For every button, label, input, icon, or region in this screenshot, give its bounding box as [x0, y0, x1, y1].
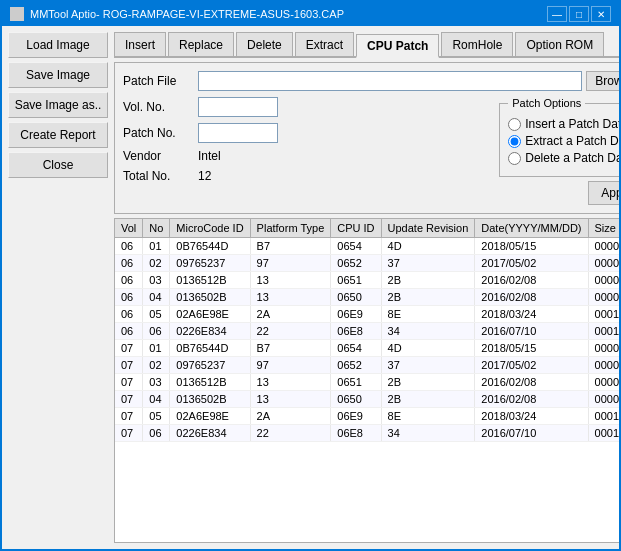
cell-r2-c4: 0651 — [331, 272, 381, 289]
radio-extract-input[interactable] — [508, 135, 521, 148]
vol-no-row: Vol. No. — [123, 97, 483, 117]
cell-r7-c5: 37 — [381, 357, 475, 374]
cell-r11-c1: 06 — [143, 425, 170, 442]
table-row[interactable]: 07040136502B1306502B2016/02/0800007800 — [115, 391, 619, 408]
radio-delete-label: Delete a Patch Data — [525, 151, 619, 165]
vendor-row: Vendor Intel — [123, 149, 483, 163]
cell-r1-c5: 37 — [381, 255, 475, 272]
apply-button[interactable]: Apply — [588, 181, 619, 205]
right-panel: Insert Replace Delete Extract CPU Patch … — [114, 32, 619, 543]
table-row[interactable]: 07010B76544DB706544D2018/05/1500007C00 — [115, 340, 619, 357]
tab-romhole[interactable]: RomHole — [441, 32, 513, 56]
cell-r1-c1: 02 — [143, 255, 170, 272]
cell-r9-c3: 13 — [250, 391, 331, 408]
cell-r4-c3: 2A — [250, 306, 331, 323]
microcode-table: Vol No MicroCode ID Platform Type CPU ID… — [115, 219, 619, 442]
cell-r8-c7: 00007800 — [588, 374, 619, 391]
cell-r5-c1: 06 — [143, 323, 170, 340]
cell-r10-c6: 2018/03/24 — [475, 408, 588, 425]
tab-extract[interactable]: Extract — [295, 32, 354, 56]
cell-r5-c3: 22 — [250, 323, 331, 340]
cell-r8-c3: 13 — [250, 374, 331, 391]
close-button-sidebar[interactable]: Close — [8, 152, 108, 178]
tab-cpu-patch[interactable]: CPU Patch — [356, 34, 439, 58]
load-image-button[interactable]: Load Image — [8, 32, 108, 58]
cell-r0-c7: 00007C00 — [588, 238, 619, 255]
close-button[interactable]: ✕ — [591, 6, 611, 22]
patch-file-row: Patch File Browse — [123, 71, 619, 91]
cell-r3-c2: 0136502B — [170, 289, 250, 306]
cell-r6-c5: 4D — [381, 340, 475, 357]
patch-no-label: Patch No. — [123, 126, 198, 140]
table-row[interactable]: 070502A6E98E2A06E98E2018/03/2400018000 — [115, 408, 619, 425]
cell-r11-c3: 22 — [250, 425, 331, 442]
cell-r5-c2: 0226E834 — [170, 323, 250, 340]
cell-r6-c1: 01 — [143, 340, 170, 357]
maximize-button[interactable]: □ — [569, 6, 589, 22]
cell-r4-c7: 00018000 — [588, 306, 619, 323]
cell-r7-c2: 09765237 — [170, 357, 250, 374]
table-row[interactable]: 060209765237970652372017/05/0200007400 — [115, 255, 619, 272]
table-row[interactable]: 06060226E8342206E8342016/07/1000017800 — [115, 323, 619, 340]
save-image-as-button[interactable]: Save Image as.. — [8, 92, 108, 118]
cell-r8-c2: 0136512B — [170, 374, 250, 391]
cell-r0-c1: 01 — [143, 238, 170, 255]
cell-r6-c3: B7 — [250, 340, 331, 357]
radio-delete-input[interactable] — [508, 152, 521, 165]
cell-r2-c0: 06 — [115, 272, 143, 289]
table-row[interactable]: 07030136512B1306512B2016/02/0800007800 — [115, 374, 619, 391]
minimize-button[interactable]: — — [547, 6, 567, 22]
total-no-label: Total No. — [123, 169, 198, 183]
vol-no-input[interactable] — [198, 97, 278, 117]
patch-file-input[interactable] — [198, 71, 582, 91]
title-controls: — □ ✕ — [547, 6, 611, 22]
cell-r4-c5: 8E — [381, 306, 475, 323]
cell-r4-c4: 06E9 — [331, 306, 381, 323]
table-row[interactable]: 060502A6E98E2A06E98E2018/03/2400018000 — [115, 306, 619, 323]
patch-no-input[interactable] — [198, 123, 278, 143]
table-header: Vol No MicroCode ID Platform Type CPU ID… — [115, 219, 619, 238]
table-row[interactable]: 06030136512B1306512B2016/02/0800007800 — [115, 272, 619, 289]
patch-options-group: Patch Options Insert a Patch Data Extrac… — [499, 97, 619, 177]
browse-button[interactable]: Browse — [586, 71, 619, 91]
tab-replace[interactable]: Replace — [168, 32, 234, 56]
cell-r1-c3: 97 — [250, 255, 331, 272]
total-no-value: 12 — [198, 169, 211, 183]
table-row[interactable]: 06040136502B1306502B2016/02/0800007800 — [115, 289, 619, 306]
col-cpu-id: CPU ID — [331, 219, 381, 238]
cpu-patch-tab-content: Patch File Browse Vol. No. Patch No. — [114, 62, 619, 214]
cell-r3-c1: 04 — [143, 289, 170, 306]
cell-r10-c2: 02A6E98E — [170, 408, 250, 425]
cell-r0-c5: 4D — [381, 238, 475, 255]
cell-r1-c4: 0652 — [331, 255, 381, 272]
radio-insert-input[interactable] — [508, 118, 521, 131]
cell-r5-c4: 06E8 — [331, 323, 381, 340]
cell-r9-c2: 0136502B — [170, 391, 250, 408]
radio-insert: Insert a Patch Data — [508, 117, 619, 131]
create-report-button[interactable]: Create Report — [8, 122, 108, 148]
cell-r11-c5: 34 — [381, 425, 475, 442]
cell-r6-c7: 00007C00 — [588, 340, 619, 357]
cell-r7-c7: 00007400 — [588, 357, 619, 374]
cell-r5-c7: 00017800 — [588, 323, 619, 340]
table-row[interactable]: 07060226E8342206E8342016/07/1000017800 — [115, 425, 619, 442]
cell-r6-c4: 0654 — [331, 340, 381, 357]
tab-option-rom[interactable]: Option ROM — [515, 32, 604, 56]
title-bar-left: MMTool Aptio- ROG-RAMPAGE-VI-EXTREME-ASU… — [10, 7, 344, 21]
table-row[interactable]: 06010B76544DB706544D2018/05/1500007C00 — [115, 238, 619, 255]
tab-delete[interactable]: Delete — [236, 32, 293, 56]
radio-extract-label: Extract a Patch Data — [525, 134, 619, 148]
save-image-button[interactable]: Save Image — [8, 62, 108, 88]
vendor-value: Intel — [198, 149, 221, 163]
cell-r10-c5: 8E — [381, 408, 475, 425]
tab-insert[interactable]: Insert — [114, 32, 166, 56]
table-row[interactable]: 070209765237970652372017/05/0200007400 — [115, 357, 619, 374]
radio-extract: Extract a Patch Data — [508, 134, 619, 148]
cell-r3-c3: 13 — [250, 289, 331, 306]
cell-r7-c1: 02 — [143, 357, 170, 374]
cell-r3-c6: 2016/02/08 — [475, 289, 588, 306]
col-no: No — [143, 219, 170, 238]
patch-options-legend: Patch Options — [508, 97, 585, 109]
cell-r2-c6: 2016/02/08 — [475, 272, 588, 289]
cell-r9-c7: 00007800 — [588, 391, 619, 408]
